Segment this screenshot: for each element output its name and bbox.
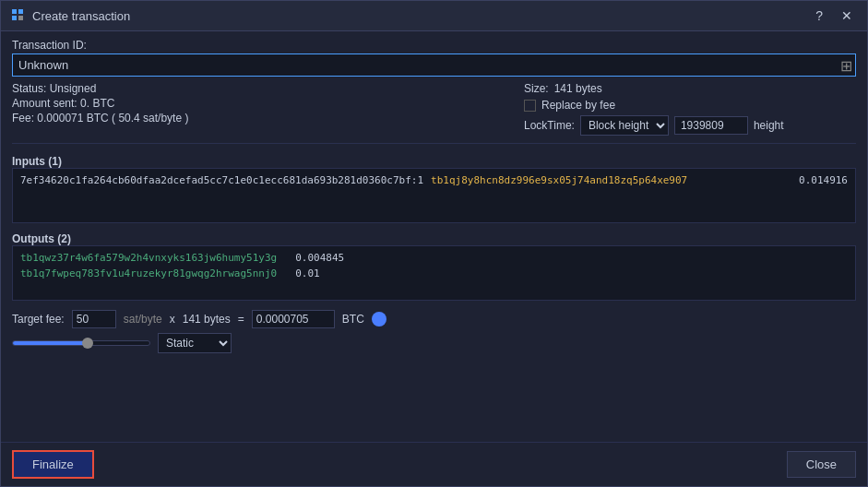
status-text: Status: Unsigned xyxy=(12,82,505,95)
locktime-type-select[interactable]: Block height xyxy=(580,115,669,136)
svg-rect-1 xyxy=(18,9,23,14)
size-value: 141 bytes xyxy=(554,82,602,95)
divider-1 xyxy=(12,143,856,144)
dialog-content: Transaction ID: ⊞ Status: Unsigned Amoun… xyxy=(1,31,867,442)
output-amount-1: 0.01 xyxy=(295,267,320,279)
svg-rect-3 xyxy=(18,16,23,20)
table-row: tb1q7fwpeq783fv1u4ruzekyr81gwqg2hrwag5nn… xyxy=(20,267,848,279)
fee-bar: Target fee: sat/byte x 141 bytes = BTC xyxy=(12,310,856,328)
fee-type-select[interactable]: Static Dynamic xyxy=(158,333,232,353)
help-button[interactable]: ? xyxy=(810,6,828,25)
target-fee-label: Target fee: xyxy=(12,313,65,326)
finalize-button[interactable]: Finalize xyxy=(12,450,94,479)
rbf-label: Replace by fee xyxy=(541,99,615,112)
output-amount-0: 0.004845 xyxy=(295,252,344,264)
fee-sat-input[interactable] xyxy=(72,310,116,328)
fee-slider-thumb[interactable] xyxy=(82,338,93,349)
fee-text: Fee: 0.000071 BTC ( 50.4 sat/byte ) xyxy=(12,112,505,125)
svg-rect-2 xyxy=(12,16,17,20)
fee-x-label: x xyxy=(170,313,175,326)
title-bar: Create transaction ? ✕ xyxy=(1,1,867,31)
dialog-icon xyxy=(10,7,25,25)
locktime-row: LockTime: Block height height xyxy=(524,115,856,136)
fee-slider-track[interactable] xyxy=(12,340,150,346)
txid-label: Transaction ID: xyxy=(12,39,856,52)
qr-icon[interactable]: ⊞ xyxy=(840,56,852,74)
output-addr-0: tb1qwz37r4w6fa579w2h4vnxyks163jw6humy51y… xyxy=(20,252,277,264)
size-row: Size: 141 bytes xyxy=(524,82,856,95)
size-label: Size: xyxy=(524,82,549,95)
rbf-checkbox[interactable] xyxy=(524,100,536,112)
locktime-unit: height xyxy=(754,119,784,132)
info-right: Size: 141 bytes Replace by fee LockTime:… xyxy=(524,82,856,136)
info-row: Status: Unsigned Amount sent: 0. BTC Fee… xyxy=(12,82,856,136)
slider-row: Static Dynamic xyxy=(12,333,856,353)
outputs-section: Outputs (2) tb1qwz37r4w6fa579w2h4vnxyks1… xyxy=(12,229,856,301)
info-left: Status: Unsigned Amount sent: 0. BTC Fee… xyxy=(12,82,505,125)
txid-input[interactable] xyxy=(12,53,856,77)
txid-section: Transaction ID: ⊞ xyxy=(12,39,856,77)
outputs-box: tb1qwz37r4w6fa579w2h4vnxyks163jw6humy51y… xyxy=(12,245,856,301)
inputs-section: Inputs (1) 7ef34620c1fa264cb60dfaa2dcefa… xyxy=(12,151,856,223)
input-txid: 7ef34620c1fa264cb60dfaa2dcefad5cc7c1e0c1… xyxy=(20,174,423,186)
locktime-label: LockTime: xyxy=(524,119,575,132)
fee-circle-indicator xyxy=(372,312,386,327)
output-addr-1: tb1q7fwpeq783fv1u4ruzekyr81gwqg2hrwag5nn… xyxy=(20,267,277,279)
inputs-box: 7ef34620c1fa264cb60dfaa2dcefad5cc7c1e0c1… xyxy=(12,168,856,223)
fee-eq-label: = xyxy=(238,313,244,326)
svg-rect-0 xyxy=(12,9,17,14)
outputs-label: Outputs (2) xyxy=(12,232,856,245)
close-button[interactable]: Close xyxy=(787,451,856,478)
locktime-value-input[interactable] xyxy=(674,116,748,135)
fee-bytes: 141 bytes xyxy=(183,313,231,326)
rbf-row: Replace by fee xyxy=(524,99,856,112)
dialog-title: Create transaction xyxy=(32,9,803,23)
inputs-label: Inputs (1) xyxy=(12,155,856,168)
fee-slider-fill xyxy=(13,341,88,345)
bottom-bar: Finalize Close xyxy=(1,442,867,486)
amount-text: Amount sent: 0. BTC xyxy=(12,97,505,110)
table-row: tb1qwz37r4w6fa579w2h4vnxyks163jw6humy51y… xyxy=(20,252,848,264)
input-amount: 0.014916 xyxy=(799,174,848,186)
input-address: tb1qj8y8hcn8dz996e9sx05j74and18zq5p64xe9… xyxy=(431,174,791,186)
close-title-button[interactable]: ✕ xyxy=(836,6,858,25)
txid-wrap: ⊞ xyxy=(12,53,856,77)
fee-btc-input[interactable] xyxy=(252,310,335,328)
fee-btc-unit: BTC xyxy=(342,313,364,326)
fee-sat-unit: sat/byte xyxy=(124,313,162,326)
table-row: 7ef34620c1fa264cb60dfaa2dcefad5cc7c1e0c1… xyxy=(20,174,848,186)
fee-section: Target fee: sat/byte x 141 bytes = BTC S… xyxy=(12,306,856,353)
create-transaction-dialog: Create transaction ? ✕ Transaction ID: ⊞… xyxy=(0,0,868,487)
